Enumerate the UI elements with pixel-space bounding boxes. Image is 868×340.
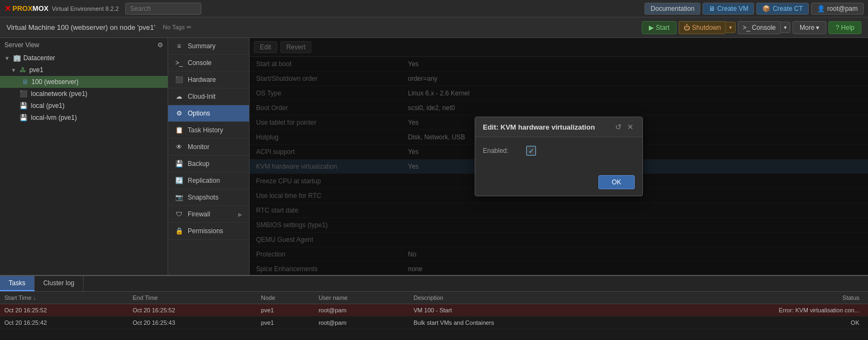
search-input[interactable]	[125, 3, 201, 15]
tasks-table: Start Time ↓ End Time Node User name Des…	[0, 292, 868, 329]
sidebar-header: Server View ⚙	[0, 38, 168, 52]
sidebar-item-local-lvm[interactable]: 💾 local-lvm (pve1)	[0, 112, 168, 124]
lvm-icon: 💾	[20, 114, 28, 121]
tasks-content: Start Time ↓ End Time Node User name Des…	[0, 292, 868, 340]
modal-ok-button[interactable]: OK	[598, 175, 635, 189]
app-version: Virtual Environment 8.2.2	[52, 5, 118, 12]
logo: ✕ PROXMOX Virtual Environment 8.2.2	[4, 4, 119, 14]
task-end: Oct 20 16:25:43	[129, 317, 257, 329]
nav-item-snapshots[interactable]: 📷 Snapshots	[168, 189, 249, 206]
edit-tag-icon: ✏	[187, 24, 192, 30]
sidebar: Server View ⚙ ▼ 🏢 Datacenter ▼ 🖧 pve1 🖥 …	[0, 38, 168, 275]
modal-header-icons: ↺ ✕	[614, 123, 635, 131]
sidebar-item-pve1[interactable]: ▼ 🖧 pve1	[0, 64, 168, 76]
datacenter-icon: 🏢	[13, 54, 21, 62]
console-button[interactable]: >_ Console	[738, 21, 780, 34]
start-button[interactable]: ▶ Start	[642, 21, 676, 34]
help-button[interactable]: ? Help	[828, 21, 861, 34]
topbar: ✕ PROXMOX Virtual Environment 8.2.2 Docu…	[0, 0, 868, 17]
summary-icon: ≡	[175, 42, 183, 50]
col-end-time[interactable]: End Time	[129, 292, 257, 304]
nav-item-cloud-init[interactable]: ☁ Cloud-Init	[168, 88, 249, 105]
main-layout: Server View ⚙ ▼ 🏢 Datacenter ▼ 🖧 pve1 🖥 …	[0, 38, 868, 275]
bottom-tabs: Tasks Cluster log	[0, 276, 868, 292]
console-dropdown[interactable]: ▾	[780, 22, 790, 33]
expand-icon: ▼	[4, 55, 10, 61]
modal-close-icon[interactable]: ✕	[626, 123, 635, 131]
tab-tasks[interactable]: Tasks	[0, 276, 35, 291]
create-vm-button[interactable]: 🖥 Create VM	[703, 3, 754, 15]
modal-body: Enabled: ✓	[475, 137, 642, 171]
backup-icon: 💾	[175, 160, 183, 168]
vm-title: Virtual Machine 100 (webserver) on node …	[7, 23, 155, 31]
table-row: Oct 20 16:25:42 Oct 20 16:25:43 pve1 roo…	[0, 317, 868, 329]
col-user[interactable]: User name	[314, 292, 409, 304]
network-icon: ⬛	[20, 90, 28, 98]
nav-item-monitor[interactable]: 👁 Monitor	[168, 139, 249, 156]
sidebar-item-datacenter[interactable]: ▼ 🏢 Datacenter	[0, 52, 168, 64]
firewall-arrow-icon: ▶	[238, 211, 242, 217]
nav-item-permissions[interactable]: 🔒 Permissions	[168, 223, 249, 240]
task-user: root@pam	[314, 317, 409, 329]
server-view-label: Server View	[4, 41, 39, 49]
modal-reset-icon[interactable]: ↺	[614, 123, 623, 131]
create-ct-button[interactable]: 📦 Create CT	[756, 3, 808, 15]
modal-header: Edit: KVM hardware virtualization ↺ ✕	[475, 117, 642, 137]
play-icon: ▶	[649, 24, 654, 31]
shutdown-button-group: ⏻ Shutdown ▾	[679, 21, 736, 34]
task-start: Oct 20 16:25:52	[0, 304, 129, 317]
task-end: Oct 20 16:25:52	[129, 304, 257, 317]
user-button[interactable]: 👤 root@pam	[811, 3, 864, 15]
replication-icon: 🔄	[175, 177, 183, 184]
sidebar-item-localnetwork[interactable]: ⬛ localnetwork (pve1)	[0, 88, 168, 100]
bottom-panel: Tasks Cluster log Start Time ↓ End Time …	[0, 275, 868, 340]
table-row: Oct 20 16:25:52 Oct 20 16:25:52 pve1 roo…	[0, 304, 868, 317]
no-tags-label[interactable]: No Tags ✏	[163, 24, 191, 31]
monitor-icon: 🖥	[709, 5, 715, 12]
modal-title: Edit: KVM hardware virtualization	[483, 123, 595, 131]
col-desc[interactable]: Description	[409, 292, 633, 304]
logo-x: ✕	[4, 4, 11, 14]
tab-cluster-log[interactable]: Cluster log	[35, 276, 84, 291]
sidebar-item-vm100[interactable]: 🖥 100 (webserver)	[0, 76, 168, 88]
console-button-group: >_ Console ▾	[738, 21, 790, 34]
shutdown-dropdown[interactable]: ▾	[725, 22, 736, 33]
nav-item-console[interactable]: >_ Console	[168, 55, 249, 72]
task-status: OK	[633, 317, 868, 329]
modal-overlay: Edit: KVM hardware virtualization ↺ ✕ En…	[250, 38, 868, 275]
sidebar-item-local[interactable]: 💾 local (pve1)	[0, 100, 168, 112]
hardware-icon: ⬛	[175, 76, 183, 84]
sort-arrow-icon: ↓	[33, 296, 36, 301]
chevron-down-icon: ▾	[816, 24, 819, 31]
task-desc: VM 100 - Start	[409, 304, 633, 317]
container-icon: 📦	[762, 5, 770, 12]
nav-item-options[interactable]: ⚙ Options	[168, 105, 249, 122]
task-node: pve1	[257, 317, 314, 329]
options-icon: ⚙	[175, 110, 183, 117]
nav-item-firewall[interactable]: 🛡 Firewall ▶	[168, 206, 249, 223]
monitor-nav-icon: 👁	[175, 143, 183, 151]
more-button[interactable]: More ▾	[793, 21, 826, 34]
sidebar-gear-icon[interactable]: ⚙	[157, 41, 163, 49]
topbar-right: Documentation 🖥 Create VM 📦 Create CT 👤 …	[644, 3, 864, 15]
task-history-icon: 📋	[175, 126, 183, 134]
pve1-expand-icon: ▼	[11, 67, 16, 73]
enabled-checkbox[interactable]: ✓	[526, 146, 536, 156]
nav-item-replication[interactable]: 🔄 Replication	[168, 172, 249, 189]
shutdown-button[interactable]: ⏻ Shutdown	[679, 21, 725, 34]
cloud-icon: ☁	[175, 93, 183, 100]
secondary-toolbar: Virtual Machine 100 (webserver) on node …	[0, 17, 868, 38]
col-status[interactable]: Status	[633, 292, 868, 304]
nav-item-backup[interactable]: 💾 Backup	[168, 156, 249, 172]
node-icon: 🖧	[20, 66, 26, 74]
task-start: Oct 20 16:25:42	[0, 317, 129, 329]
col-start-time[interactable]: Start Time ↓	[0, 292, 129, 304]
nav-item-task-history[interactable]: 📋 Task History	[168, 122, 249, 139]
nav-item-hardware[interactable]: ⬛ Hardware	[168, 72, 249, 88]
content-area: Edit Revert Start at bootYesStart/Shutdo…	[250, 38, 868, 275]
modal-enabled-label: Enabled:	[483, 147, 526, 155]
documentation-button[interactable]: Documentation	[644, 3, 700, 15]
col-node[interactable]: Node	[257, 292, 314, 304]
nav-item-summary[interactable]: ≡ Summary	[168, 38, 249, 55]
modal-field-enabled: Enabled: ✓	[483, 146, 635, 156]
